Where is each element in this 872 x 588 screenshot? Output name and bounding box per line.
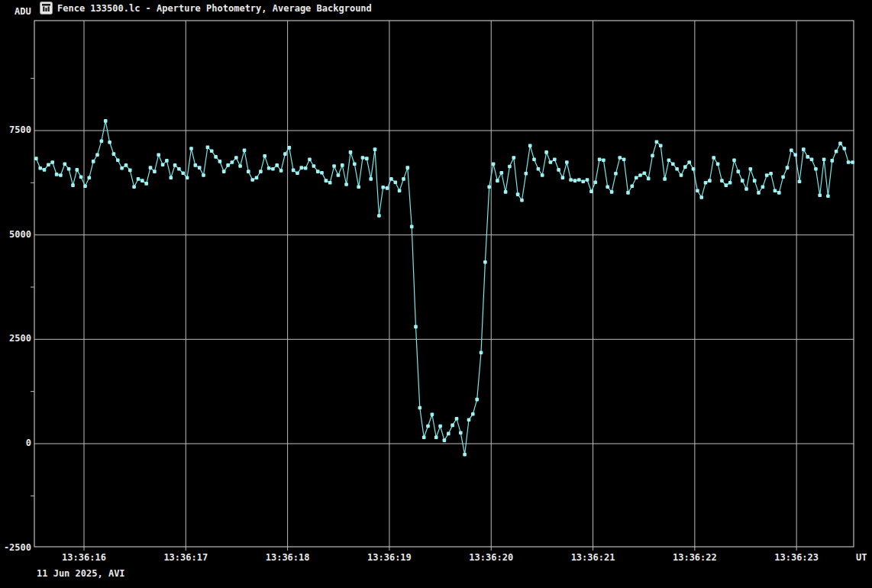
data-point-marker — [687, 160, 691, 164]
data-point-marker — [492, 162, 496, 166]
data-point-marker — [267, 166, 271, 170]
data-point-marker — [532, 157, 536, 161]
x-tick-label: 13:36:23 — [773, 552, 819, 563]
data-point-marker — [144, 182, 148, 186]
data-point-marker — [161, 163, 165, 167]
data-point-marker — [716, 162, 720, 166]
x-tick-label: 13:36:19 — [367, 552, 412, 563]
data-point-marker — [798, 179, 802, 183]
data-point-marker — [777, 191, 781, 195]
data-point-marker — [675, 167, 679, 171]
data-point-marker — [108, 141, 111, 144]
data-point-marker — [369, 177, 373, 181]
data-point-marker — [753, 179, 757, 183]
data-point-marker — [222, 170, 226, 173]
data-point-marker — [38, 166, 42, 170]
data-point-marker — [618, 156, 622, 160]
data-point-marker — [116, 159, 120, 163]
data-point-marker — [447, 432, 451, 436]
data-point-marker — [508, 165, 512, 169]
data-point-marker — [708, 179, 712, 183]
x-tick-label: 13:36:21 — [570, 552, 616, 563]
data-point-marker — [153, 170, 157, 173]
y-tick-label: 5000 — [0, 229, 31, 240]
data-point-marker — [696, 189, 699, 192]
data-point-marker — [140, 179, 144, 183]
data-point-marker — [626, 191, 630, 195]
data-point-marker — [250, 178, 254, 182]
data-point-marker — [300, 166, 304, 170]
data-point-marker — [720, 179, 724, 183]
data-point-marker — [589, 190, 593, 194]
data-point-marker — [357, 186, 360, 189]
data-point-marker — [655, 141, 659, 144]
data-point-marker — [525, 172, 528, 176]
data-point-marker — [83, 184, 87, 188]
x-tick-label: 13:36:20 — [468, 552, 514, 563]
data-point-marker — [712, 156, 715, 160]
data-point-marker — [500, 171, 504, 175]
data-point-marker — [818, 193, 822, 197]
data-point-marker — [418, 406, 422, 410]
data-point-marker — [843, 147, 847, 150]
data-point-marker — [553, 157, 557, 161]
data-point-marker — [765, 173, 769, 177]
data-point-marker — [544, 150, 548, 154]
data-point-marker — [822, 157, 826, 161]
data-point-marker — [814, 167, 818, 171]
data-point-marker — [263, 154, 266, 158]
data-point-marker — [838, 142, 842, 146]
data-point-marker — [55, 173, 59, 176]
data-point-marker — [231, 160, 234, 164]
data-point-marker — [63, 162, 67, 166]
data-point-marker — [451, 424, 454, 428]
data-point-marker — [186, 176, 189, 180]
data-point-marker — [520, 199, 524, 202]
data-point-marker — [189, 147, 193, 150]
data-point-marker — [361, 156, 365, 160]
data-point-marker — [463, 453, 467, 457]
data-point-marker — [182, 172, 186, 176]
data-point-marker — [704, 181, 708, 185]
data-point-marker — [443, 438, 447, 442]
data-point-marker — [602, 159, 606, 163]
data-point-marker — [683, 165, 687, 169]
data-point-marker — [725, 183, 728, 187]
data-point-marker — [647, 177, 651, 181]
data-point-marker — [259, 170, 263, 173]
data-point-marker — [312, 164, 316, 168]
data-point-marker — [651, 154, 654, 158]
data-point-marker — [226, 163, 230, 167]
data-point-marker — [438, 425, 442, 428]
x-tick-label: 13:36:16 — [61, 552, 107, 563]
data-point-marker — [271, 167, 275, 171]
data-point-marker — [667, 159, 671, 163]
data-point-marker — [194, 163, 198, 167]
data-point-marker — [504, 190, 508, 194]
data-point-marker — [402, 177, 405, 181]
data-point-marker — [480, 351, 483, 355]
y-tick-label: 0 — [0, 438, 31, 448]
data-point-marker — [426, 425, 430, 428]
data-point-marker — [744, 187, 748, 191]
data-point-marker — [561, 176, 565, 180]
data-point-marker — [769, 172, 773, 176]
data-point-marker — [234, 156, 238, 160]
data-point-marker — [414, 325, 418, 329]
light-curve-chart-canvas[interactable] — [0, 0, 872, 588]
data-point-marker — [810, 157, 814, 161]
data-point-marker — [577, 178, 581, 182]
data-point-marker — [132, 186, 136, 189]
data-point-marker — [283, 152, 287, 156]
data-point-marker — [847, 160, 851, 164]
data-point-marker — [157, 153, 160, 157]
data-point-marker — [344, 183, 348, 186]
data-point-marker — [243, 148, 247, 152]
data-point-marker — [431, 412, 434, 416]
data-point-marker — [741, 179, 744, 183]
data-point-marker — [389, 177, 393, 181]
data-point-marker — [528, 144, 532, 147]
x-tick-label: 13:36:22 — [672, 552, 718, 563]
data-point-marker — [316, 170, 320, 173]
data-point-marker — [565, 160, 569, 164]
